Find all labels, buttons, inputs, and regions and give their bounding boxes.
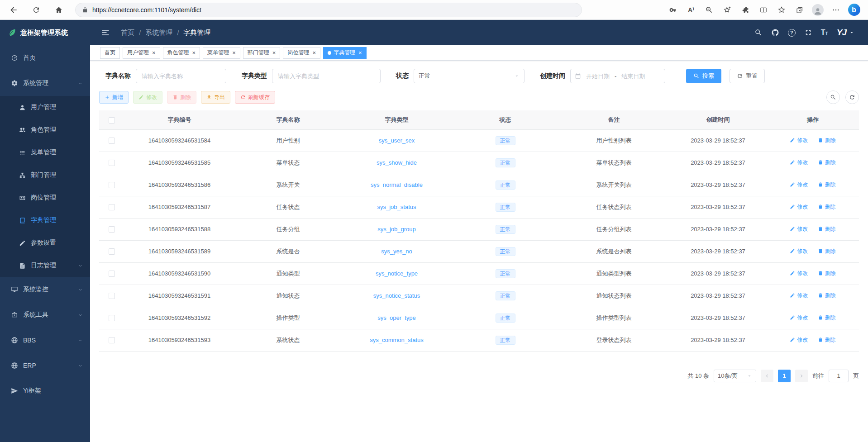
row-edit-button[interactable]: 修改 — [790, 137, 808, 144]
refresh-cache-button[interactable]: 刷新缓存 — [235, 91, 275, 104]
browser-settings-dots-icon[interactable] — [827, 2, 844, 18]
row-checkbox[interactable] — [109, 182, 115, 188]
tab[interactable]: 用户管理 × — [123, 47, 160, 59]
hamburger-icon[interactable] — [101, 28, 110, 37]
row-checkbox[interactable] — [109, 138, 115, 144]
split-screen-icon[interactable] — [755, 2, 772, 18]
tab[interactable]: 角色管理 × — [163, 47, 200, 59]
row-edit-button[interactable]: 修改 — [790, 203, 808, 211]
toggle-search-button[interactable] — [826, 90, 840, 104]
row-checkbox[interactable] — [109, 337, 115, 343]
row-edit-button[interactable]: 修改 — [790, 270, 808, 277]
tab[interactable]: 字典管理 × — [323, 47, 367, 59]
fullscreen-icon[interactable] — [804, 29, 812, 37]
dict-type-link[interactable]: sys_oper_type — [377, 314, 416, 321]
browser-refresh-button[interactable] — [28, 2, 44, 18]
next-page-button[interactable] — [795, 370, 808, 382]
end-date-input[interactable] — [619, 73, 647, 80]
dict-type-link[interactable]: sys_job_group — [377, 226, 416, 233]
password-icon[interactable] — [664, 2, 682, 18]
sidebar-item-role-mgmt[interactable]: 角色管理 — [0, 119, 90, 141]
row-delete-button[interactable]: 删除 — [818, 181, 836, 189]
reset-button[interactable]: 重置 — [730, 69, 765, 83]
dict-type-link[interactable]: sys_yes_no — [381, 248, 412, 255]
row-edit-button[interactable]: 修改 — [790, 292, 808, 299]
row-checkbox[interactable] — [109, 160, 115, 166]
select-all-checkbox[interactable] — [109, 117, 115, 124]
date-range-picker[interactable]: - — [570, 69, 665, 83]
dict-type-link[interactable]: sys_notice_type — [376, 270, 418, 277]
export-button[interactable]: 导出 — [201, 91, 230, 104]
sidebar-item-system-tools[interactable]: 系统工具 — [0, 302, 90, 328]
extensions-icon[interactable] — [737, 2, 754, 18]
dict-type-link[interactable]: sys_common_status — [370, 337, 424, 343]
row-checkbox[interactable] — [109, 204, 115, 210]
sidebar-item-param-settings[interactable]: 参数设置 — [0, 232, 90, 254]
favorites-icon[interactable] — [773, 2, 790, 18]
tab-close-icon[interactable]: × — [191, 50, 196, 56]
font-size-icon[interactable]: TT — [821, 29, 828, 36]
row-checkbox[interactable] — [109, 293, 115, 299]
profile-avatar[interactable] — [809, 2, 826, 18]
sidebar-item-bbs[interactable]: BBS — [0, 328, 90, 353]
read-aloud-icon[interactable]: A⁾ — [682, 2, 700, 18]
sidebar-item-user-mgmt[interactable]: 用户管理 — [0, 96, 90, 119]
row-delete-button[interactable]: 删除 — [818, 336, 836, 344]
prev-page-button[interactable] — [761, 370, 773, 382]
sidebar-item-log-mgmt[interactable]: 日志管理 — [0, 254, 90, 277]
browser-home-button[interactable] — [51, 2, 67, 18]
tab[interactable]: 菜单管理 × — [203, 47, 240, 59]
tab-close-icon[interactable]: × — [231, 50, 236, 56]
row-delete-button[interactable]: 删除 — [818, 270, 836, 277]
row-delete-button[interactable]: 删除 — [818, 314, 836, 322]
row-delete-button[interactable]: 删除 — [818, 203, 836, 211]
dict-type-link[interactable]: sys_user_sex — [379, 137, 415, 144]
breadcrumb-home[interactable]: 首页 — [121, 29, 134, 37]
help-icon[interactable]: ? — [788, 29, 796, 37]
start-date-input[interactable] — [584, 73, 612, 80]
row-edit-button[interactable]: 修改 — [790, 336, 808, 344]
sidebar-item-menu-mgmt[interactable]: 菜单管理 — [0, 141, 90, 164]
add-button[interactable]: 新增 — [99, 91, 129, 104]
header-search-icon[interactable] — [754, 29, 763, 37]
app-logo[interactable]: 意框架管理系统 — [0, 20, 90, 45]
row-edit-button[interactable]: 修改 — [790, 181, 808, 189]
tab[interactable]: 首页 — [100, 47, 120, 59]
sidebar-item-erp[interactable]: ERP — [0, 353, 90, 378]
refresh-table-button[interactable] — [845, 90, 859, 104]
dict-type-link[interactable]: sys_show_hide — [377, 159, 417, 166]
tab-close-icon[interactable]: × — [358, 50, 362, 56]
tab-close-icon[interactable]: × — [151, 50, 156, 56]
sidebar-item-dept-mgmt[interactable]: 部门管理 — [0, 164, 90, 186]
browser-back-button[interactable] — [5, 2, 22, 18]
page-number-button[interactable]: 1 — [778, 370, 791, 382]
edit-button[interactable]: 修改 — [133, 91, 162, 104]
page-size-select[interactable]: 10条/页 — [714, 370, 756, 382]
row-edit-button[interactable]: 修改 — [790, 314, 808, 322]
sidebar-item-post-mgmt[interactable]: 岗位管理 — [0, 186, 90, 209]
row-edit-button[interactable]: 修改 — [790, 225, 808, 233]
sidebar-item-yi-framework[interactable]: Yi框架 — [0, 378, 90, 404]
row-delete-button[interactable]: 删除 — [818, 159, 836, 166]
row-checkbox[interactable] — [109, 248, 115, 255]
address-bar[interactable]: https://ccnetcore.com:1101/system/dict — [75, 3, 582, 17]
dict-type-input[interactable] — [272, 69, 381, 83]
row-checkbox[interactable] — [109, 315, 115, 321]
site-lock-icon[interactable] — [82, 7, 88, 13]
dict-type-link[interactable]: sys_notice_status — [373, 292, 420, 299]
tab-close-icon[interactable]: × — [272, 50, 276, 56]
tab-close-icon[interactable]: × — [311, 50, 316, 56]
row-edit-button[interactable]: 修改 — [790, 159, 808, 166]
github-icon[interactable] — [771, 29, 779, 37]
row-edit-button[interactable]: 修改 — [790, 247, 808, 255]
sidebar-item-dict-mgmt[interactable]: 字典管理 — [0, 209, 90, 232]
row-delete-button[interactable]: 删除 — [818, 225, 836, 233]
breadcrumb-system-mgmt[interactable]: 系统管理 — [145, 29, 172, 37]
delete-button[interactable]: 删除 — [167, 91, 196, 104]
sidebar-item-system-monitor[interactable]: 系统监控 — [0, 277, 90, 302]
row-delete-button[interactable]: 删除 — [818, 137, 836, 144]
row-delete-button[interactable]: 删除 — [818, 292, 836, 299]
bing-icon[interactable]: b — [845, 2, 863, 18]
row-delete-button[interactable]: 删除 — [818, 247, 836, 255]
row-checkbox[interactable] — [109, 271, 115, 277]
